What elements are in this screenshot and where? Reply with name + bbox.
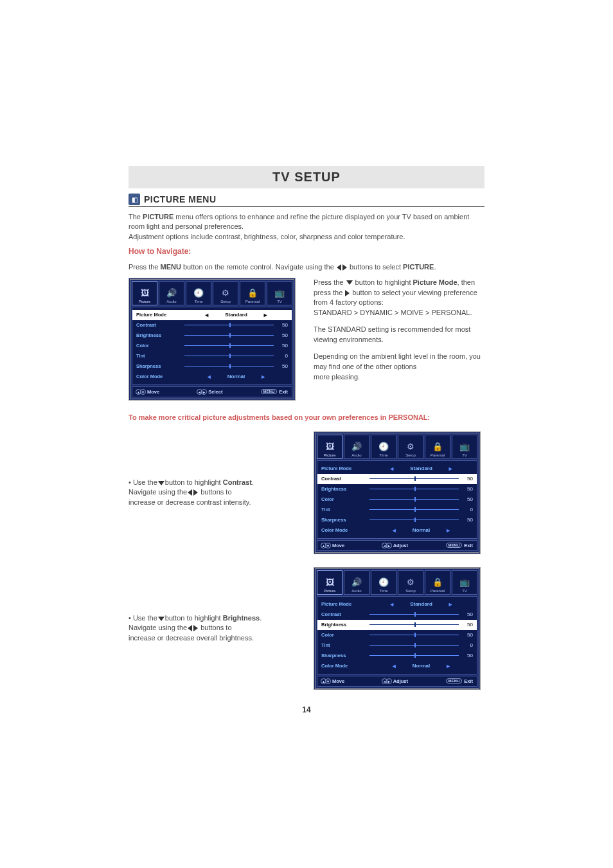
osd-tab-label: TV bbox=[462, 589, 467, 593]
picture-icon: 🖼 bbox=[139, 288, 150, 298]
text: button on the remote control. Navigate u… bbox=[181, 263, 334, 271]
osd-tab-parental[interactable]: 🔒Parental bbox=[425, 570, 450, 595]
osd-row-contrast[interactable]: Contrast50 bbox=[321, 610, 473, 620]
text: button to highlight bbox=[165, 614, 223, 622]
osd-row-color-mode[interactable]: Color Mode◄Normal► bbox=[321, 525, 473, 536]
osd-tab-parental[interactable]: 🔒Parental bbox=[240, 281, 265, 305]
osd-row-label: Contrast bbox=[136, 322, 184, 328]
osd-tab-label: Audio bbox=[351, 453, 361, 457]
osd-row-label: Brightness bbox=[321, 622, 369, 628]
text: button to highlight bbox=[355, 278, 413, 286]
osd-tab-tv[interactable]: 📺TV bbox=[452, 570, 477, 595]
osd-row-sharpness[interactable]: Sharpness50 bbox=[136, 361, 288, 372]
osd-row-label: Color Mode bbox=[321, 527, 369, 533]
osd-tab-tv[interactable]: 📺TV bbox=[452, 435, 477, 459]
right-arrow-icon bbox=[342, 264, 347, 271]
osd-tab-label: Setup bbox=[405, 589, 416, 593]
osd-value: 50 bbox=[459, 486, 473, 492]
text: Adjustment options include contrast, bri… bbox=[129, 233, 405, 240]
text: The STANDARD setting is recommended for … bbox=[314, 325, 484, 345]
osd-value: 50 bbox=[274, 363, 288, 369]
osd-row-picture-mode[interactable]: Picture Mode◄Standard► bbox=[321, 464, 473, 474]
osd-row-contrast[interactable]: Contrast50 bbox=[317, 474, 477, 484]
osd-slider[interactable] bbox=[184, 353, 274, 359]
osd-tab-setup[interactable]: ⚙Setup bbox=[213, 281, 238, 305]
osd-tab-time[interactable]: 🕘Time bbox=[371, 570, 396, 595]
osd-row-color[interactable]: Color50 bbox=[321, 494, 473, 505]
text: . bbox=[434, 263, 436, 271]
osd-row-color-mode[interactable]: Color Mode◄Normal► bbox=[321, 661, 473, 671]
osd-slider[interactable] bbox=[369, 496, 459, 503]
osd-tab-picture[interactable]: 🖼Picture bbox=[132, 281, 157, 305]
osd-select-value: ◄Standard► bbox=[369, 466, 473, 472]
osd-row-label: Sharpness bbox=[321, 653, 369, 658]
osd-slider[interactable] bbox=[184, 363, 274, 370]
osd-row-label: Brightness bbox=[321, 486, 369, 492]
osd-row-sharpness[interactable]: Sharpness50 bbox=[321, 651, 473, 661]
osd-slider[interactable] bbox=[369, 642, 459, 649]
osd-tab-setup[interactable]: ⚙Setup bbox=[398, 570, 423, 595]
osd-row-tint[interactable]: Tint0 bbox=[321, 640, 473, 651]
osd-tab-setup[interactable]: ⚙Setup bbox=[398, 435, 423, 459]
osd-row-color[interactable]: Color50 bbox=[136, 341, 288, 351]
osd-row-picture-mode[interactable]: Picture Mode◄Standard► bbox=[321, 599, 473, 610]
osd-value: 50 bbox=[459, 622, 473, 628]
osd-row-label: Tint bbox=[136, 353, 184, 359]
footer-move: ▴▾ Move bbox=[136, 389, 159, 395]
osd-tab-time[interactable]: 🕘Time bbox=[371, 435, 396, 459]
tv-icon: 📺 bbox=[459, 442, 470, 452]
osd-tab-picture[interactable]: 🖼Picture bbox=[317, 570, 342, 595]
osd-slider[interactable] bbox=[369, 476, 459, 482]
osd-row-brightness[interactable]: Brightness50 bbox=[321, 484, 473, 494]
text: buttons to bbox=[199, 488, 231, 496]
osd-slider[interactable] bbox=[369, 632, 459, 638]
footer-exit: MENU Exit bbox=[261, 389, 288, 395]
text: buttons to bbox=[199, 624, 231, 631]
osd-select-value: ◄Normal► bbox=[369, 527, 473, 534]
osd-slider[interactable] bbox=[369, 517, 459, 523]
down-arrow-icon bbox=[158, 481, 164, 485]
osd-row-picture-mode[interactable]: Picture Mode◄Standard► bbox=[132, 310, 292, 320]
osd-slider[interactable] bbox=[369, 622, 459, 628]
text: increase or decrease overall brightness. bbox=[129, 634, 254, 642]
text: STANDARD > DYNAMIC > MOIVE > PERSONAL. bbox=[314, 309, 472, 316]
osd-row-label: Picture Mode bbox=[136, 312, 184, 318]
personal-heading: To make more critical picture adjustment… bbox=[129, 413, 484, 421]
osd-row-brightness[interactable]: Brightness50 bbox=[317, 620, 477, 630]
osd-row-tint[interactable]: Tint0 bbox=[321, 505, 473, 515]
osd-slider[interactable] bbox=[369, 611, 459, 618]
parental-icon: 🔒 bbox=[432, 577, 443, 588]
osd-row-contrast[interactable]: Contrast50 bbox=[136, 320, 288, 330]
right-arrow-icon bbox=[193, 489, 198, 496]
osd-row-sharpness[interactable]: Sharpness50 bbox=[321, 515, 473, 525]
osd-footer: ▴▾ Move◂▸ SelectMENU Exit bbox=[132, 386, 292, 397]
osd-row-tint[interactable]: Tint0 bbox=[136, 351, 288, 361]
osd-tab-audio[interactable]: 🔊Audio bbox=[159, 281, 184, 305]
osd-slider[interactable] bbox=[369, 507, 459, 513]
osd-panel-1: 🖼Picture🔊Audio🕘Time⚙Setup🔒Parental📺TVPic… bbox=[129, 278, 296, 401]
osd-tab-tv[interactable]: 📺TV bbox=[267, 281, 292, 305]
osd-tab-audio[interactable]: 🔊Audio bbox=[344, 570, 369, 595]
osd-tab-parental[interactable]: 🔒Parental bbox=[425, 435, 450, 459]
text: buttons to select bbox=[350, 263, 403, 271]
text-bold: Picture Mode bbox=[413, 278, 458, 286]
osd-slider[interactable] bbox=[369, 486, 459, 493]
osd-tab-audio[interactable]: 🔊Audio bbox=[344, 435, 369, 459]
osd-slider[interactable] bbox=[184, 343, 274, 349]
footer-center: ◂▸ Adjust bbox=[382, 678, 408, 684]
text-bold: PICTURE bbox=[143, 213, 173, 221]
audio-icon: 🔊 bbox=[351, 442, 362, 452]
osd-slider[interactable] bbox=[184, 322, 274, 329]
osd-slider[interactable] bbox=[369, 653, 459, 659]
down-arrow-icon bbox=[158, 617, 164, 621]
osd-row-color-mode[interactable]: Color Mode◄Normal► bbox=[136, 372, 288, 382]
osd-row-label: Tint bbox=[321, 642, 369, 648]
osd-tab-picture[interactable]: 🖼Picture bbox=[317, 435, 342, 459]
osd-slider[interactable] bbox=[184, 332, 274, 339]
osd-row-color[interactable]: Color50 bbox=[321, 630, 473, 640]
osd-tab-time[interactable]: 🕘Time bbox=[186, 281, 211, 305]
osd-row-label: Tint bbox=[321, 507, 369, 512]
osd-tab-label: Time bbox=[379, 589, 387, 593]
osd-row-brightness[interactable]: Brightness50 bbox=[136, 330, 288, 341]
text: • Use the bbox=[129, 614, 157, 622]
